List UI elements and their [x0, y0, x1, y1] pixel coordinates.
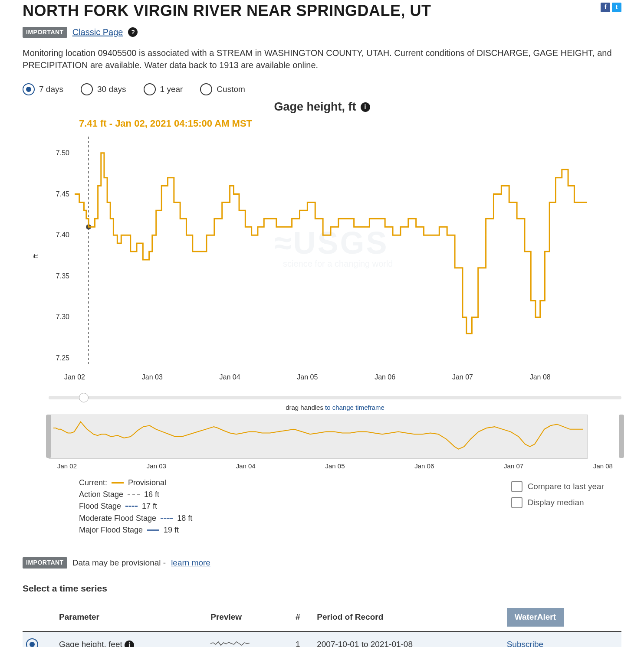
timeseries-row-gage-height[interactable]: Gage height, feet i 1 2007-10-01 to 2021…	[23, 631, 621, 647]
change-timeframe-link[interactable]: to change timeframe	[323, 404, 384, 411]
range-30days[interactable]: 30 days	[81, 83, 126, 95]
row-radio[interactable]	[26, 638, 52, 647]
overview-handle-left[interactable]	[46, 415, 51, 458]
svg-text:Jan 04: Jan 04	[220, 373, 240, 381]
svg-text:Jan 02: Jan 02	[64, 373, 85, 381]
subscribe-link[interactable]: Subscribe	[503, 631, 621, 647]
timeseries-heading: Select a time series	[23, 582, 621, 595]
info-icon[interactable]: i	[125, 640, 134, 647]
learn-more-link[interactable]: learn more	[171, 557, 210, 569]
range-1year[interactable]: 1 year	[144, 83, 183, 95]
display-median-toggle[interactable]: Display median	[511, 497, 604, 509]
chart-legend: Current:Provisional Action Stage16 ft Fl…	[79, 477, 192, 536]
important-badge: IMPORTANT	[23, 27, 67, 38]
brush-handle[interactable]	[79, 393, 89, 402]
hover-readout: 7.41 ft - Jan 02, 2021 04:15:00 AM MST	[79, 117, 621, 131]
range-7days[interactable]: 7 days	[23, 83, 63, 95]
col-wateralert: WaterAlert	[503, 604, 621, 631]
help-icon[interactable]: ?	[128, 27, 138, 37]
watermark-tagline: science for a changing world	[283, 259, 393, 268]
time-brush-slider[interactable]	[49, 396, 621, 399]
timeseries-table: Parameter Preview # Period of Record Wat…	[23, 604, 621, 647]
col-count: #	[292, 604, 313, 631]
compare-last-year-toggle[interactable]: Compare to last year	[511, 481, 604, 493]
location-summary: Monitoring location 09405500 is associat…	[23, 47, 621, 71]
overview-handle-right[interactable]	[619, 415, 624, 458]
svg-text:Jan 06: Jan 06	[375, 373, 395, 381]
info-icon[interactable]: i	[361, 102, 370, 112]
svg-text:7.45: 7.45	[56, 190, 69, 197]
svg-text:Jan 07: Jan 07	[452, 373, 473, 381]
svg-text:7.50: 7.50	[56, 149, 69, 157]
watermark-logo: ≈USGS	[274, 225, 389, 260]
twitter-icon[interactable]: t	[612, 3, 621, 12]
svg-text:7.30: 7.30	[56, 313, 69, 320]
provisional-text: Data may be provisional -	[72, 557, 166, 569]
svg-text:7.35: 7.35	[56, 272, 69, 280]
brush-caption: drag handles to change timeframe	[49, 403, 621, 412]
chart-title: Gage height, ft	[274, 99, 356, 115]
svg-text:7.25: 7.25	[56, 354, 69, 362]
svg-text:Jan 05: Jan 05	[297, 373, 318, 381]
col-parameter: Parameter	[56, 604, 207, 631]
page-title: NORTH FORK VIRGIN RIVER NEAR SPRINGDALE,…	[23, 0, 431, 22]
sparkline-preview	[210, 637, 250, 647]
important-badge-2: IMPORTANT	[23, 557, 67, 569]
svg-text:7.40: 7.40	[56, 231, 69, 239]
svg-text:Jan 03: Jan 03	[142, 373, 163, 381]
col-preview: Preview	[207, 604, 292, 631]
overview-chart[interactable]	[49, 415, 588, 459]
col-period: Period of Record	[313, 604, 503, 631]
range-custom[interactable]: Custom	[200, 83, 245, 95]
gage-height-chart[interactable]: ≈USGS science for a changing world 7.257…	[49, 132, 595, 388]
svg-text:Jan 08: Jan 08	[530, 373, 551, 381]
y-axis-label: ft	[31, 254, 41, 258]
time-range-radios: 7 days 30 days 1 year Custom	[23, 83, 621, 95]
facebook-icon[interactable]: f	[601, 3, 610, 12]
classic-page-link[interactable]: Classic Page	[72, 26, 123, 38]
